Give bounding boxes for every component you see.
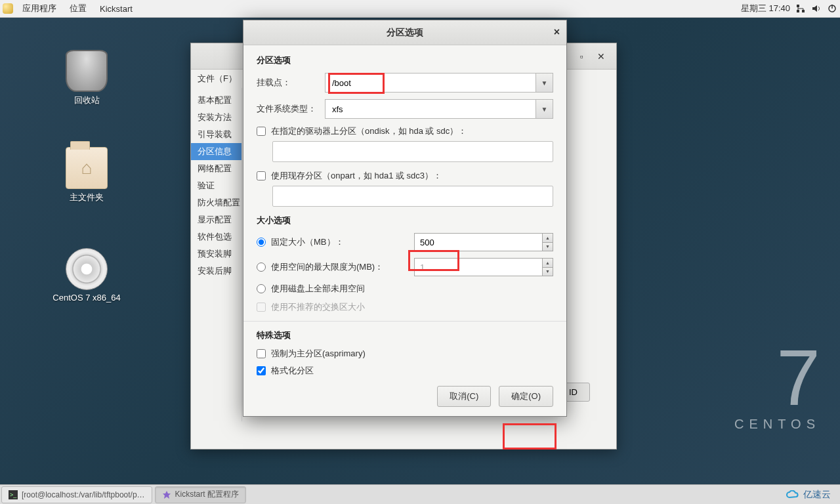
fs-type-label: 文件系统类型： [257,103,325,115]
fixed-size-label: 固定大小（MB）： [271,236,344,248]
task-terminal-label: [root@localhost:/var/lib/tftpboot/p… [22,490,145,499]
svg-marker-7 [163,491,171,499]
chevron-down-icon[interactable]: ▼ [536,99,553,119]
section-size-title: 大小选项 [257,215,553,226]
fs-type-combo[interactable]: ▼ [325,99,553,119]
home-folder-icon[interactable]: 主文件夹 [47,147,126,203]
mount-point-input[interactable] [325,73,536,93]
sidebar-item[interactable]: 预安装脚 [191,245,242,262]
fixed-size-input[interactable] [414,233,543,251]
ok-button[interactable]: 确定(O) [499,386,553,407]
power-icon[interactable] [827,3,837,14]
centos-disc-icon[interactable]: CentOS 7 x86_64 [39,248,134,303]
task-kickstart[interactable]: Kickstart 配置程序 [155,486,246,503]
task-kickstart-label: Kickstart 配置程序 [175,489,239,500]
fill-disk-label: 使用磁盘上全部未用空间 [271,283,365,295]
disc-label: CentOS 7 x86_64 [39,293,134,303]
mount-point-label: 挂载点： [257,77,325,89]
format-label: 格式化分区 [271,365,314,377]
sidebar-item[interactable]: 引导装载 [191,126,242,143]
fixed-size-radio[interactable] [257,238,266,247]
task-terminal[interactable]: >_ [root@localhost:/var/lib/tftpboot/p… [1,486,152,503]
max-size-label: 使用空间的最大限度为(MB)： [271,261,383,273]
section-partition-title: 分区选项 [257,54,553,66]
onpart-label: 使用现存分区（onpart，如 hda1 或 sdc3）： [271,170,442,182]
clock[interactable]: 星期三 17:40 [741,3,790,14]
dialog-titlebar: 分区选项 × [243,20,566,45]
network-icon[interactable] [795,3,806,14]
svg-text:>_: >_ [10,492,17,498]
sidebar-item[interactable]: 安装方法 [191,109,242,126]
chevron-down-icon[interactable]: ▼ [536,73,553,93]
maximize-button[interactable]: ▫ [572,49,591,64]
fs-type-input[interactable] [325,99,536,119]
watermark: 亿速云 [777,486,840,503]
centos-branding: 7 CENTOS [734,338,820,432]
format-checkbox[interactable] [257,366,266,375]
cancel-button[interactable]: 取消(C) [437,386,491,407]
svg-rect-0 [797,5,799,7]
sidebar-item[interactable]: 网络配置 [191,160,242,177]
fill-disk-radio[interactable] [257,284,266,293]
app-menu[interactable]: Kickstart [93,1,139,16]
file-menu[interactable]: 文件（F） [198,73,237,85]
swap-label: 使用不推荐的交换区大小 [271,301,365,313]
home-label: 主文件夹 [47,192,126,203]
taskbar: >_ [root@localhost:/var/lib/tftpboot/p… … [0,484,840,504]
ondisk-input[interactable] [272,141,553,162]
sidebar-item[interactable]: 分区信息 [191,143,242,160]
trash-icon[interactable]: 回收站 [47,50,126,106]
max-size-radio[interactable] [257,262,266,272]
close-button[interactable]: ✕ [591,49,611,64]
sidebar-item[interactable]: 防火墙配置 [191,194,242,211]
volume-icon[interactable] [811,3,822,14]
max-size-stepper: ▲▼ [543,258,553,276]
trash-label: 回收站 [47,94,126,106]
terminal-icon: >_ [9,490,18,499]
ondisk-label: 在指定的驱动器上分区（ondisk，如 hda 或 sdc）： [271,125,467,137]
asprimary-checkbox[interactable] [257,349,266,358]
mount-point-combo[interactable]: ▼ [325,73,553,93]
sidebar-item[interactable]: 软件包选 [191,228,242,245]
sidebar-item[interactable]: 基本配置 [191,92,242,109]
kickstart-icon [162,490,171,499]
onpart-checkbox[interactable] [257,171,266,180]
svg-rect-2 [797,10,799,12]
places-menu[interactable]: 位置 [63,0,93,17]
asprimary-label: 强制为主分区(asprimary) [271,348,366,360]
sidebar-item[interactable]: 验证 [191,177,242,194]
top-panel: 应用程序 位置 Kickstart 星期三 17:40 [0,0,840,18]
sidebar-item[interactable]: 安装后脚 [191,262,242,280]
ondisk-checkbox[interactable] [257,127,266,136]
cloud-icon [786,490,799,499]
sidebar: 基本配置安装方法引导装载分区信息网络配置验证防火墙配置显示配置软件包选预安装脚安… [191,88,242,421]
close-icon[interactable]: × [554,26,560,38]
onpart-input[interactable] [272,186,553,207]
activities-icon[interactable] [3,3,13,14]
max-size-input [414,258,543,276]
partition-options-dialog: 分区选项 × 分区选项 挂载点： ▼ 文件系统类型： ▼ 在指定的驱动器上分区（… [243,20,567,417]
dialog-title: 分区选项 [387,27,423,39]
swap-checkbox [257,303,266,312]
fixed-size-stepper[interactable]: ▲▼ [543,233,553,251]
sidebar-item[interactable]: 显示配置 [191,211,242,228]
applications-menu[interactable]: 应用程序 [16,0,63,17]
section-special-title: 特殊选项 [257,329,553,341]
